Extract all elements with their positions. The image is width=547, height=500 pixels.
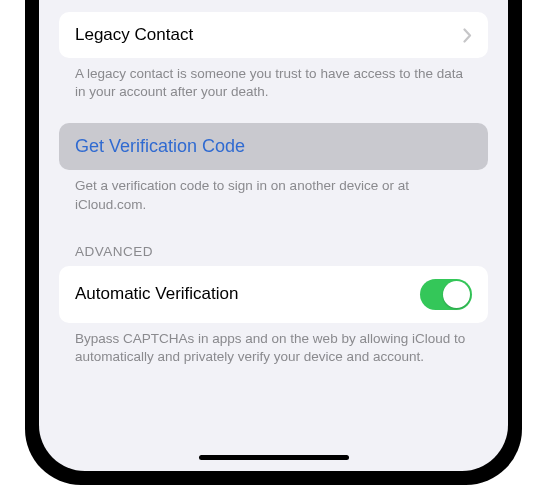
get-verification-code-button[interactable]: Get Verification Code — [59, 123, 488, 170]
get-verification-code-label: Get Verification Code — [75, 136, 245, 157]
automatic-verification-footer: Bypass CAPTCHAs in apps and on the web b… — [59, 323, 488, 366]
phone-inner-frame: Legacy Contact A legacy contact is someo… — [35, 0, 512, 475]
automatic-verification-toggle[interactable] — [420, 279, 472, 310]
get-verification-code-footer: Get a verification code to sign in on an… — [59, 170, 488, 213]
screen: Legacy Contact A legacy contact is someo… — [39, 0, 508, 471]
advanced-section-header: ADVANCED — [59, 244, 488, 266]
phone-frame: Legacy Contact A legacy contact is someo… — [25, 0, 522, 485]
legacy-contact-footer: A legacy contact is someone you trust to… — [59, 58, 488, 101]
chevron-right-icon — [463, 28, 472, 43]
legacy-contact-row[interactable]: Legacy Contact — [59, 12, 488, 58]
home-indicator[interactable] — [199, 455, 349, 460]
legacy-contact-label: Legacy Contact — [75, 25, 193, 45]
automatic-verification-label: Automatic Verification — [75, 284, 238, 304]
automatic-verification-row[interactable]: Automatic Verification — [59, 266, 488, 323]
